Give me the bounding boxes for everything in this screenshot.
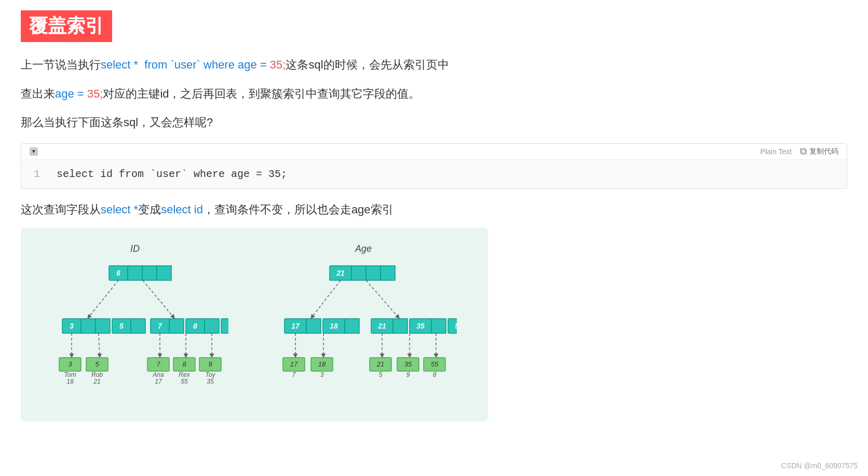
page-title: 覆盖索引: [29, 15, 104, 36]
line-number: 1: [34, 168, 44, 180]
code-lang-label: Plain Text: [761, 147, 792, 156]
para4-code1: select *: [101, 203, 138, 216]
code-body: 1 select id from `user` where age = 35;: [21, 160, 847, 188]
svg-text:9: 9: [208, 360, 212, 368]
para1-code: select * from `user` where age = 35;: [101, 58, 286, 71]
svg-text:3: 3: [68, 360, 72, 368]
paragraph-1: 上一节说当执行select * from `user` where age = …: [21, 55, 847, 75]
svg-text:35: 35: [416, 322, 425, 330]
svg-line-25: [99, 333, 100, 357]
svg-text:5: 5: [119, 322, 124, 330]
svg-text:9: 9: [406, 371, 410, 378]
svg-rect-53: [381, 266, 395, 280]
copy-code-button[interactable]: 复制代码: [800, 147, 838, 156]
svg-rect-12: [96, 319, 110, 333]
age-tree-svg: 21 17 18 21: [270, 261, 457, 406]
code-line-content: select id from `user` where age = 35;: [57, 168, 287, 180]
age-tree-section: Age 21 17: [270, 243, 457, 406]
svg-rect-51: [351, 266, 366, 280]
svg-text:Rob: Rob: [91, 371, 103, 378]
svg-text:Toy: Toy: [206, 371, 216, 378]
svg-text:6: 6: [116, 269, 120, 277]
para4-code2: select id: [161, 203, 203, 216]
svg-text:3: 3: [70, 322, 74, 330]
svg-text:Rex: Rex: [179, 371, 190, 378]
svg-text:21: 21: [377, 322, 386, 330]
svg-text:55: 55: [455, 322, 457, 330]
svg-text:Tom: Tom: [64, 371, 76, 378]
paragraph-4: 这次查询字段从select *变成select id，查询条件不变，所以也会走a…: [21, 199, 847, 220]
svg-rect-61: [345, 319, 359, 333]
svg-text:21: 21: [336, 269, 345, 277]
svg-rect-5: [142, 266, 157, 280]
svg-text:55: 55: [431, 360, 439, 368]
svg-text:5: 5: [95, 360, 99, 368]
id-tree-svg: 6 3 5 7: [42, 261, 228, 406]
svg-rect-21: [205, 319, 219, 333]
code-header-left: ▼: [30, 147, 38, 156]
svg-rect-11: [81, 319, 96, 333]
svg-line-7: [88, 280, 118, 318]
svg-text:7: 7: [156, 360, 160, 368]
svg-text:18: 18: [66, 378, 74, 385]
para2-pre: 查出来: [21, 87, 55, 100]
collapse-button[interactable]: ▼: [30, 147, 38, 156]
svg-text:8: 8: [433, 371, 437, 378]
code-block: ▼ Plain Text 复制代码 1 select id from `user…: [21, 143, 847, 189]
age-tree-label: Age: [355, 243, 372, 254]
para1-post: 这条sql的时候，会先从索引页中: [286, 58, 449, 71]
svg-text:7: 7: [292, 371, 296, 378]
svg-rect-22: [221, 319, 228, 333]
svg-rect-15: [131, 319, 145, 333]
svg-text:8: 8: [182, 360, 186, 368]
svg-rect-67: [431, 319, 446, 333]
svg-text:21: 21: [93, 378, 100, 385]
svg-text:5: 5: [379, 371, 383, 378]
svg-text:17: 17: [155, 378, 162, 385]
svg-rect-0: [802, 149, 806, 154]
svg-text:7: 7: [158, 322, 162, 330]
svg-rect-52: [366, 266, 381, 280]
svg-rect-64: [393, 319, 408, 333]
para1-pre: 上一节说当执行: [21, 58, 101, 71]
svg-rect-1: [801, 148, 805, 153]
csdn-watermark: CSDN @m0_60907575: [781, 461, 858, 470]
svg-text:18: 18: [318, 360, 326, 368]
para2-code1: age = 35;: [55, 87, 103, 100]
copy-icon: [800, 148, 807, 155]
svg-rect-6: [157, 266, 171, 280]
id-tree-section: ID 6 3 5: [42, 243, 228, 406]
svg-line-54: [311, 280, 341, 318]
svg-text:35: 35: [404, 360, 412, 368]
id-tree-label: ID: [130, 243, 140, 254]
title-box: 覆盖索引: [21, 10, 112, 42]
paragraph-2: 查出来age = 35;对应的主键id，之后再回表，到聚簇索引中查询其它字段的值…: [21, 84, 847, 104]
copy-label: 复制代码: [809, 147, 838, 156]
para4-post: ，查询条件不变，所以也会走age索引: [203, 203, 394, 216]
svg-text:35: 35: [207, 378, 214, 385]
diagram-container: ID 6 3 5: [21, 228, 488, 421]
paragraph-3: 那么当执行下面这条sql，又会怎样呢?: [21, 112, 847, 133]
code-header: ▼ Plain Text 复制代码: [21, 144, 847, 160]
svg-line-8: [143, 280, 174, 318]
svg-text:17: 17: [290, 360, 298, 368]
svg-line-55: [366, 280, 399, 318]
svg-text:8: 8: [193, 322, 197, 330]
svg-rect-58: [306, 319, 321, 333]
svg-text:55: 55: [181, 378, 188, 385]
para4-pre: 这次查询字段从: [21, 203, 101, 216]
svg-rect-4: [128, 266, 142, 280]
svg-text:17: 17: [291, 322, 300, 330]
svg-text:Ana: Ana: [152, 371, 164, 378]
para4-mid: 变成: [138, 203, 161, 216]
para2-post: 对应的主键id，之后再回表，到聚簇索引中查询其它字段的值。: [103, 87, 420, 100]
svg-rect-18: [169, 319, 184, 333]
svg-text:21: 21: [376, 360, 384, 368]
svg-text:3: 3: [320, 371, 324, 378]
svg-text:18: 18: [330, 322, 338, 330]
